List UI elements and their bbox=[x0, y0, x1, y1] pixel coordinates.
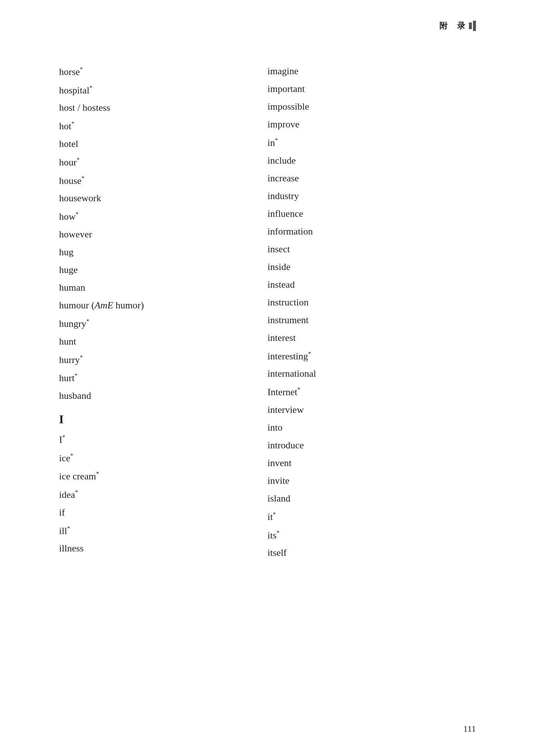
list-item: interesting* bbox=[268, 351, 476, 361]
list-item: in* bbox=[268, 137, 476, 148]
list-item: ice cream* bbox=[59, 471, 268, 481]
list-item: insect bbox=[268, 244, 476, 254]
list-item: human bbox=[59, 283, 268, 293]
list-item: hurt* bbox=[59, 373, 268, 383]
list-item: hotel bbox=[59, 139, 268, 149]
list-item: hour* bbox=[59, 157, 268, 167]
page-number: 111 bbox=[463, 724, 476, 734]
list-item: include bbox=[268, 156, 476, 165]
list-item: hunt bbox=[59, 337, 268, 346]
list-item: husband bbox=[59, 391, 268, 401]
list-item: inside bbox=[268, 262, 476, 272]
list-item: increase bbox=[268, 174, 476, 183]
section-heading: I bbox=[59, 413, 268, 426]
bar-icon-1 bbox=[469, 23, 472, 29]
list-item: industry bbox=[268, 191, 476, 201]
list-item: house* bbox=[59, 175, 268, 186]
list-item: invent bbox=[268, 458, 476, 468]
list-item: hot* bbox=[59, 121, 268, 131]
list-item: island bbox=[268, 494, 476, 503]
list-item: hungry* bbox=[59, 318, 268, 329]
list-item: hug bbox=[59, 247, 268, 257]
list-item: improve bbox=[268, 120, 476, 129]
list-item: idea* bbox=[59, 489, 268, 500]
list-item: international bbox=[268, 369, 476, 379]
list-item: imagine bbox=[268, 66, 476, 76]
list-item: however bbox=[59, 230, 268, 239]
list-item: it* bbox=[268, 512, 476, 522]
list-item: huge bbox=[59, 265, 268, 275]
header-decoration bbox=[469, 21, 476, 31]
list-item: into bbox=[268, 423, 476, 432]
list-item: how* bbox=[59, 211, 268, 222]
list-item: instruction bbox=[268, 298, 476, 307]
list-item: interest bbox=[268, 333, 476, 343]
list-item: ice* bbox=[59, 453, 268, 463]
header-title: 附 录 bbox=[439, 20, 466, 31]
list-item: influence bbox=[268, 209, 476, 219]
list-item: itself bbox=[268, 548, 476, 558]
page-header: 附 录 bbox=[439, 20, 476, 31]
page: 附 录 horse*hospital*host / hostesshot*hot… bbox=[0, 0, 535, 756]
list-item: humour (AmE humor) bbox=[59, 301, 268, 310]
list-item: illness bbox=[59, 544, 268, 553]
list-item: hurry* bbox=[59, 355, 268, 365]
right-column: imagineimportantimpossibleimprovein*incl… bbox=[268, 66, 476, 566]
list-item: Internet* bbox=[268, 387, 476, 397]
list-item: impossible bbox=[268, 102, 476, 112]
list-item: instead bbox=[268, 280, 476, 290]
list-item: host / hostess bbox=[59, 103, 268, 113]
list-item: ill* bbox=[59, 526, 268, 536]
list-item: important bbox=[268, 84, 476, 94]
list-item: instrument bbox=[268, 315, 476, 325]
list-item: information bbox=[268, 227, 476, 236]
bar-icon-2 bbox=[473, 21, 476, 31]
list-item: housework bbox=[59, 194, 268, 203]
list-item: its* bbox=[268, 530, 476, 540]
list-item: I* bbox=[59, 434, 268, 445]
left-column: horse*hospital*host / hostesshot*hotelho… bbox=[59, 66, 268, 566]
list-item: hospital* bbox=[59, 85, 268, 95]
list-item: if bbox=[59, 508, 268, 517]
main-content: horse*hospital*host / hostesshot*hotelho… bbox=[59, 66, 476, 566]
list-item: interview bbox=[268, 405, 476, 415]
list-item: introduce bbox=[268, 441, 476, 450]
list-item: horse* bbox=[59, 66, 268, 77]
list-item: invite bbox=[268, 476, 476, 486]
